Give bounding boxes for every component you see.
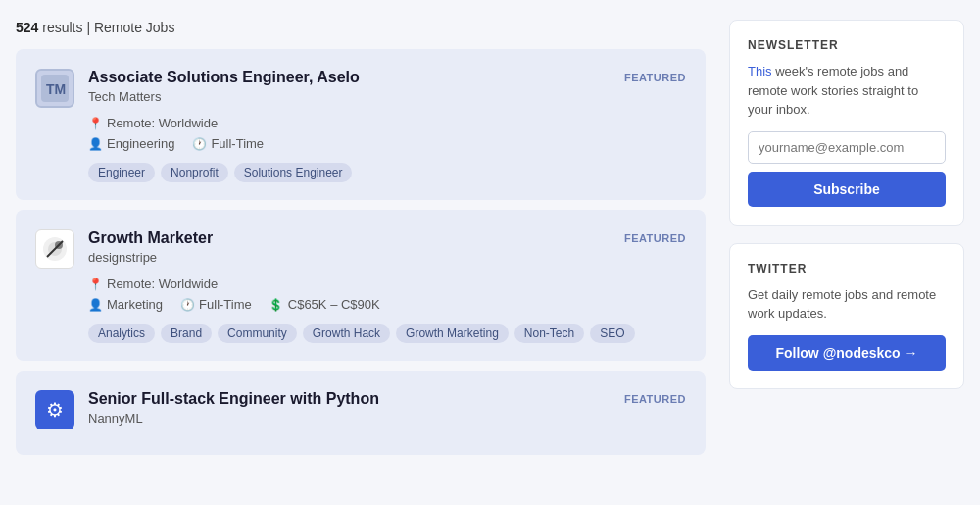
- location-icon-1: 📍: [88, 117, 102, 130]
- svg-text:TM: TM: [46, 81, 66, 97]
- newsletter-section: NEWSLETTER This week's remote jobs and r…: [729, 20, 964, 226]
- featured-badge-1: FEATURED: [624, 72, 686, 83]
- location-text-2: Remote: Worldwide: [107, 277, 218, 291]
- location-icon-2: 📍: [88, 278, 102, 291]
- company-logo-nannyml: ⚙: [35, 390, 74, 429]
- job-card-2: Growth Marketer FEATURED designstripe 📍 …: [16, 210, 706, 361]
- job-meta-2: 📍 Remote: Worldwide 👤 Marketing 🕐: [88, 277, 686, 312]
- job-meta-1: 📍 Remote: Worldwide 👤 Engineering 🕐: [88, 116, 686, 151]
- type-item-1: 🕐 Full-Time: [192, 136, 264, 151]
- tag-engineer[interactable]: Engineer: [88, 163, 155, 182]
- job-title-3[interactable]: Senior Full-stack Engineer with Python: [88, 390, 379, 408]
- category-text-2: Marketing: [107, 297, 163, 312]
- newsletter-description: This week's remote jobs and remote work …: [748, 62, 946, 120]
- tag-growth-hack[interactable]: Growth Hack: [303, 324, 390, 343]
- category-icon-2: 👤: [88, 298, 102, 312]
- results-header: 524 results | Remote Jobs: [16, 20, 706, 35]
- company-name-3: NannyML: [88, 411, 686, 426]
- salary-icon-2: 💲: [270, 298, 283, 312]
- category-text-1: Engineering: [107, 136, 174, 151]
- results-label: results: [42, 20, 82, 35]
- category-icon-1: 👤: [88, 137, 102, 151]
- category-row-1: 👤 Engineering 🕐 Full-Time: [88, 136, 686, 151]
- company-name-1: Tech Matters: [88, 89, 686, 104]
- company-logo-designstripe: [35, 229, 74, 269]
- tags-1: Engineer Nonprofit Solutions Engineer: [88, 163, 686, 182]
- tag-seo[interactable]: SEO: [590, 324, 634, 343]
- newsletter-email-input[interactable]: [748, 131, 946, 164]
- featured-badge-2: FEATURED: [624, 232, 686, 244]
- job-card-3: ⚙ Senior Full-stack Engineer with Python…: [16, 371, 706, 455]
- type-text-2: Full-Time: [199, 297, 252, 312]
- tag-growth-marketing[interactable]: Growth Marketing: [396, 324, 509, 343]
- results-count: 524: [16, 20, 38, 35]
- company-name-2: designstripe: [88, 250, 686, 265]
- category-item-2: 👤 Marketing: [88, 297, 163, 312]
- clock-icon-2: 🕐: [180, 298, 194, 312]
- tag-community[interactable]: Community: [218, 324, 297, 343]
- twitter-title: TWITTER: [748, 262, 946, 276]
- tag-non-tech[interactable]: Non-Tech: [514, 324, 584, 343]
- results-separator: |: [86, 20, 90, 35]
- salary-item-2: 💲 C$65K – C$90K: [270, 297, 380, 312]
- tag-brand[interactable]: Brand: [161, 324, 212, 343]
- tags-2: Analytics Brand Community Growth Hack Gr…: [88, 324, 686, 343]
- clock-icon-1: 🕐: [192, 137, 206, 151]
- twitter-section: TWITTER Get daily remote jobs and remote…: [729, 243, 964, 389]
- newsletter-title: NEWSLETTER: [748, 38, 946, 52]
- tag-solutions-engineer[interactable]: Solutions Engineer: [234, 163, 353, 182]
- twitter-button-label: Follow @nodeskco →: [775, 345, 917, 361]
- location-item-1: 📍 Remote: Worldwide: [88, 116, 218, 130]
- newsletter-desc-rest: week's remote jobs and remote work stori…: [748, 64, 918, 117]
- location-item-2: 📍 Remote: Worldwide: [88, 277, 218, 291]
- location-row-2: 📍 Remote: Worldwide: [88, 277, 686, 291]
- main-content: 524 results | Remote Jobs TM Associate S…: [16, 20, 706, 465]
- job-title-1[interactable]: Associate Solutions Engineer, Aselo: [88, 69, 360, 86]
- type-text-1: Full-Time: [211, 136, 264, 151]
- twitter-follow-button[interactable]: Follow @nodeskco →: [748, 335, 946, 371]
- subscribe-button[interactable]: Subscribe: [748, 172, 946, 207]
- tag-analytics[interactable]: Analytics: [88, 324, 155, 343]
- job-title-2[interactable]: Growth Marketer: [88, 229, 213, 247]
- featured-badge-3: FEATURED: [624, 393, 686, 405]
- job-info-1: Associate Solutions Engineer, Aselo FEAT…: [88, 69, 686, 182]
- results-type: Remote Jobs: [94, 20, 174, 35]
- category-item-1: 👤 Engineering: [88, 136, 174, 151]
- job-info-2: Growth Marketer FEATURED designstripe 📍 …: [88, 229, 686, 343]
- salary-text-2: C$65K – C$90K: [288, 297, 380, 312]
- company-logo-tech-matters: TM: [35, 69, 74, 108]
- newsletter-desc-highlight: This: [748, 64, 772, 78]
- twitter-description: Get daily remote jobs and remote work up…: [748, 285, 946, 324]
- location-text-1: Remote: Worldwide: [107, 116, 218, 130]
- sidebar: NEWSLETTER This week's remote jobs and r…: [729, 20, 964, 465]
- job-card-1: TM Associate Solutions Engineer, Aselo F…: [16, 49, 706, 200]
- tag-nonprofit[interactable]: Nonprofit: [161, 163, 228, 182]
- type-item-2: 🕐 Full-Time: [180, 297, 252, 312]
- job-info-3: Senior Full-stack Engineer with Python F…: [88, 390, 686, 437]
- category-row-2: 👤 Marketing 🕐 Full-Time 💲 C$65K – C$90K: [88, 297, 686, 312]
- location-row-1: 📍 Remote: Worldwide: [88, 116, 686, 130]
